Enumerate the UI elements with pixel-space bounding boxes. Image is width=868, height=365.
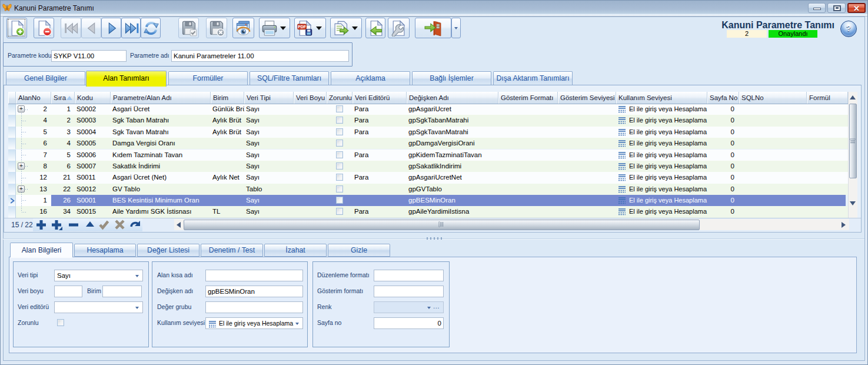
svg-text:PDF: PDF [298, 25, 307, 29]
